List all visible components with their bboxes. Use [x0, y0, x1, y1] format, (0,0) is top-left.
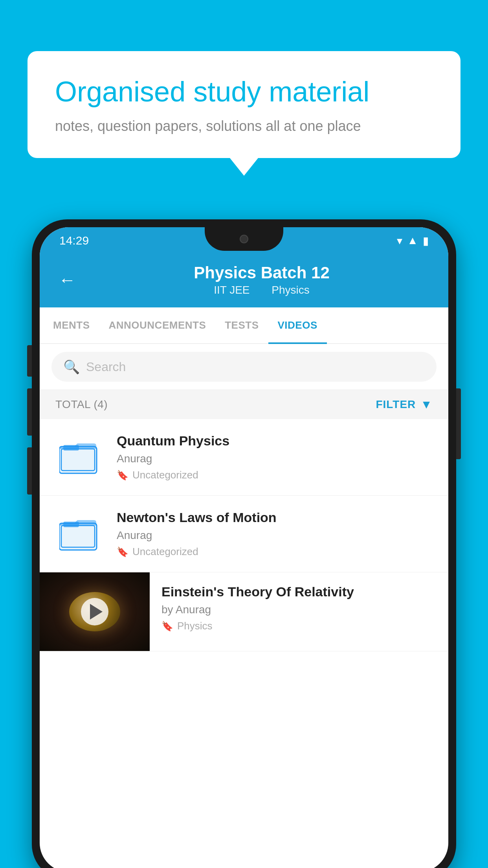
- video-tag: 🔖 Uncategorized: [117, 546, 433, 558]
- video-title: Quantum Physics: [117, 433, 433, 449]
- wifi-icon: ▾: [397, 234, 402, 247]
- phone-notch: [205, 227, 283, 251]
- camera: [240, 235, 248, 243]
- filter-icon: ▼: [420, 398, 433, 411]
- header-title-section: Physics Batch 12 IIT JEE Physics: [91, 263, 433, 296]
- back-button[interactable]: ←: [55, 267, 79, 293]
- video-title: Einstein's Theory Of Relativity: [161, 584, 437, 600]
- list-item[interactable]: Quantum Physics Anurag 🔖 Uncategorized: [40, 419, 448, 496]
- svg-rect-1: [61, 449, 95, 471]
- video-info: Newton's Laws of Motion Anurag 🔖 Uncateg…: [117, 510, 433, 558]
- play-icon: [90, 604, 103, 620]
- video-author: Anurag: [117, 529, 433, 542]
- header-subtitle: IIT JEE Physics: [91, 284, 433, 296]
- tag-label: Physics: [177, 620, 213, 632]
- filter-button[interactable]: FILTER ▼: [376, 398, 433, 411]
- svg-rect-2: [63, 445, 79, 451]
- header-title: Physics Batch 12: [91, 263, 433, 282]
- bubble-title: Organised study material: [55, 75, 433, 108]
- search-icon: 🔍: [63, 359, 80, 375]
- tag-icon: 🔖: [161, 621, 173, 632]
- status-time: 14:29: [59, 234, 89, 247]
- phone-button-vol-up: [27, 388, 32, 436]
- svg-rect-4: [61, 526, 95, 547]
- video-info: Einstein's Theory Of Relativity by Anura…: [150, 572, 448, 644]
- video-author: Anurag: [117, 452, 433, 465]
- video-folder-icon: [55, 516, 103, 552]
- phone-button-vol-down: [27, 447, 32, 495]
- phone-screen: 14:29 ▾ ▲ ▮ ← Physics Batch 12 IIT JEE P…: [40, 227, 448, 868]
- filter-label: FILTER: [376, 398, 416, 411]
- tab-videos[interactable]: VIDEOS: [268, 307, 327, 343]
- header-subtitle-physics: Physics: [272, 284, 309, 296]
- search-container: 🔍 Search: [40, 344, 448, 390]
- header-subtitle-iitjee: IIT JEE: [214, 284, 250, 296]
- tag-icon: 🔖: [117, 546, 128, 557]
- video-list: Quantum Physics Anurag 🔖 Uncategorized: [40, 419, 448, 651]
- tabs-bar: MENTS ANNOUNCEMENTS TESTS VIDEOS: [40, 307, 448, 344]
- speech-bubble-container: Organised study material notes, question…: [28, 51, 460, 158]
- tab-announcements[interactable]: ANNOUNCEMENTS: [99, 307, 216, 343]
- app-header: ← Physics Batch 12 IIT JEE Physics: [40, 254, 448, 307]
- phone-frame: 14:29 ▾ ▲ ▮ ← Physics Batch 12 IIT JEE P…: [32, 219, 456, 868]
- search-placeholder: Search: [86, 360, 126, 374]
- total-count: TOTAL (4): [55, 398, 108, 411]
- tag-label: Uncategorized: [132, 546, 198, 558]
- video-tag: 🔖 Uncategorized: [117, 469, 433, 481]
- tag-label: Uncategorized: [132, 469, 198, 481]
- tag-icon: 🔖: [117, 470, 128, 481]
- tab-tests[interactable]: TESTS: [215, 307, 268, 343]
- signal-icon: ▲: [407, 234, 418, 247]
- speech-bubble: Organised study material notes, question…: [28, 51, 460, 158]
- svg-rect-5: [63, 522, 79, 527]
- battery-icon: ▮: [423, 234, 429, 247]
- list-item[interactable]: Einstein's Theory Of Relativity by Anura…: [40, 572, 448, 651]
- video-author: by Anurag: [161, 603, 437, 616]
- tab-ments[interactable]: MENTS: [44, 307, 99, 343]
- status-bar: 14:29 ▾ ▲ ▮: [40, 227, 448, 254]
- search-bar[interactable]: 🔍 Search: [51, 352, 437, 382]
- play-button[interactable]: [81, 598, 108, 625]
- filter-bar: TOTAL (4) FILTER ▼: [40, 390, 448, 419]
- phone-button-right: [456, 388, 461, 459]
- status-icons: ▾ ▲ ▮: [397, 234, 429, 247]
- list-item[interactable]: Newton's Laws of Motion Anurag 🔖 Uncateg…: [40, 496, 448, 572]
- bubble-subtitle: notes, question papers, solutions all at…: [55, 118, 433, 134]
- video-info: Quantum Physics Anurag 🔖 Uncategorized: [117, 433, 433, 481]
- phone-button-power: [27, 345, 32, 377]
- video-thumbnail-image: [40, 572, 150, 651]
- video-folder-icon: [55, 440, 103, 475]
- video-tag: 🔖 Physics: [161, 620, 437, 632]
- video-title: Newton's Laws of Motion: [117, 510, 433, 525]
